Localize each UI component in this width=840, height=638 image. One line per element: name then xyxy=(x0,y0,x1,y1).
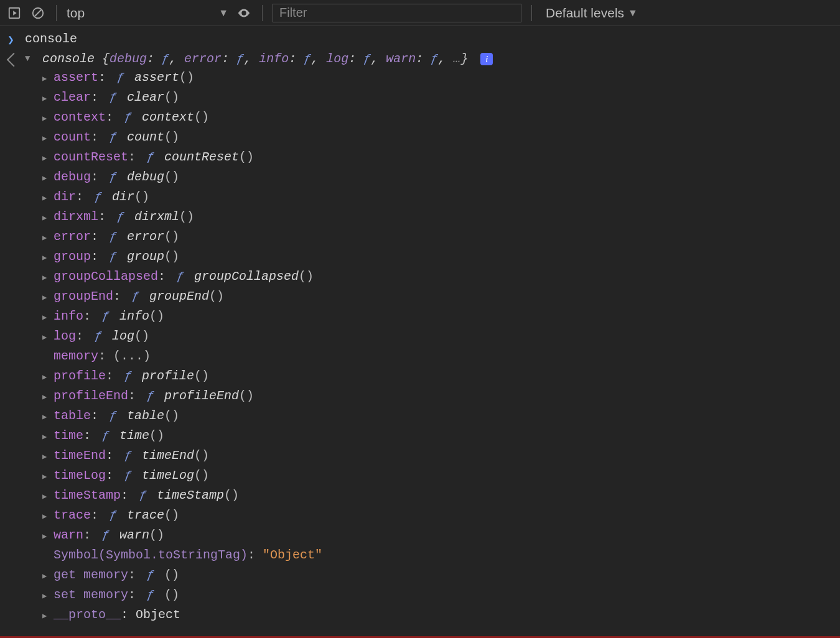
property-row[interactable]: ▶timeEnd: ƒ timeEnd() xyxy=(42,446,840,466)
toolbar-divider xyxy=(262,5,263,21)
property-key: set memory xyxy=(54,588,128,602)
property-key: groupEnd xyxy=(54,289,113,303)
property-key: log xyxy=(54,329,76,343)
toolbar-divider xyxy=(56,5,57,21)
expand-toggle[interactable]: ▶ xyxy=(42,488,51,506)
property-row[interactable]: ▶context: ƒ context() xyxy=(42,108,840,128)
expand-toggle[interactable]: ▶ xyxy=(42,607,51,626)
property-row[interactable]: ▶Symbol(Symbol.toStringTag): "Object" xyxy=(42,546,840,566)
property-key: debug xyxy=(54,170,91,184)
property-row[interactable]: ▶dir: ƒ dir() xyxy=(42,188,840,208)
expand-toggle[interactable]: ▶ xyxy=(42,567,51,586)
toggle-console-drawer-button[interactable] xyxy=(6,5,22,21)
execution-context-selector[interactable]: top ▼ xyxy=(67,6,228,21)
clear-console-button[interactable] xyxy=(30,5,46,21)
property-key: timeStamp xyxy=(54,488,121,502)
collapse-toggle[interactable]: ▼ xyxy=(25,49,35,68)
input-expression: console xyxy=(25,32,77,46)
console-output: ❯ console ▼ console {debug: ƒ, error: ƒ,… xyxy=(0,26,840,626)
chevron-down-icon: ▼ xyxy=(628,7,638,19)
property-key: Symbol(Symbol.toStringTag) xyxy=(54,548,248,562)
property-key: countReset xyxy=(54,150,128,164)
property-row[interactable]: ▶__proto__: Object xyxy=(42,606,840,626)
property-key: profile xyxy=(54,369,106,383)
expand-toggle[interactable]: ▶ xyxy=(42,388,51,407)
property-row[interactable]: ▶info: ƒ info() xyxy=(42,307,840,327)
property-key: time xyxy=(54,428,83,443)
property-row[interactable]: ▶timeStamp: ƒ timeStamp() xyxy=(42,486,840,506)
object-properties-tree: ▶assert: ƒ assert()▶clear: ƒ clear()▶con… xyxy=(25,68,840,626)
expand-toggle[interactable]: ▶ xyxy=(42,448,51,466)
expand-toggle[interactable]: ▶ xyxy=(42,587,51,606)
return-icon xyxy=(7,50,25,70)
filter-input[interactable] xyxy=(273,4,521,22)
property-row[interactable]: ▶dirxml: ƒ dirxml() xyxy=(42,208,840,228)
expand-toggle[interactable]: ▶ xyxy=(42,70,51,88)
property-row[interactable]: ▶profile: ƒ profile() xyxy=(42,367,840,387)
expand-toggle[interactable]: ▶ xyxy=(42,129,51,148)
svg-marker-1 xyxy=(13,11,17,15)
property-row[interactable]: ▶trace: ƒ trace() xyxy=(42,506,840,526)
log-level-selector[interactable]: Default levels ▼ xyxy=(542,6,642,21)
property-key: table xyxy=(54,409,91,423)
property-row[interactable]: ▶countReset: ƒ countReset() xyxy=(42,148,840,168)
property-key: error xyxy=(54,229,91,244)
toolbar-divider xyxy=(531,5,532,21)
expand-toggle[interactable]: ▶ xyxy=(42,269,51,287)
property-key: timeLog xyxy=(54,468,106,483)
property-row[interactable]: ▶timeLog: ƒ timeLog() xyxy=(42,466,840,486)
expand-toggle[interactable]: ▶ xyxy=(42,229,51,247)
svg-point-4 xyxy=(243,12,245,14)
property-row[interactable]: ▶table: ƒ table() xyxy=(42,407,840,427)
expand-toggle[interactable]: ▶ xyxy=(42,209,51,228)
property-row[interactable]: ▶time: ƒ time() xyxy=(42,427,840,446)
property-key: trace xyxy=(54,508,91,522)
expand-toggle[interactable]: ▶ xyxy=(42,289,51,307)
expand-toggle[interactable]: ▶ xyxy=(42,468,51,486)
property-row[interactable]: ▶count: ƒ count() xyxy=(42,128,840,148)
expand-toggle[interactable]: ▶ xyxy=(42,507,51,526)
expand-toggle[interactable]: ▶ xyxy=(42,109,51,128)
expand-toggle[interactable]: ▶ xyxy=(42,408,51,427)
property-row[interactable]: ▶warn: ƒ warn() xyxy=(42,526,840,546)
property-row[interactable]: ▶log: ƒ log() xyxy=(42,327,840,347)
expand-toggle[interactable]: ▶ xyxy=(42,308,51,327)
console-result-row[interactable]: ▼ console {debug: ƒ, error: ƒ, info: ƒ, … xyxy=(0,50,840,626)
expand-toggle[interactable]: ▶ xyxy=(42,90,51,108)
expand-toggle[interactable]: ▶ xyxy=(42,169,51,188)
property-row[interactable]: ▶get memory: ƒ () xyxy=(42,566,840,586)
property-row[interactable]: ▶debug: ƒ debug() xyxy=(42,168,840,188)
levels-label: Default levels xyxy=(546,6,624,21)
expand-toggle[interactable]: ▶ xyxy=(42,428,51,446)
property-row[interactable]: ▶groupCollapsed: ƒ groupCollapsed() xyxy=(42,267,840,287)
property-row[interactable]: ▶error: ƒ error() xyxy=(42,228,840,247)
expand-toggle[interactable]: ▶ xyxy=(42,328,51,347)
property-row[interactable]: ▶profileEnd: ƒ profileEnd() xyxy=(42,387,840,407)
expand-toggle[interactable]: ▶ xyxy=(42,249,51,267)
live-expression-button[interactable] xyxy=(236,5,252,21)
console-toolbar: top ▼ Default levels ▼ xyxy=(0,0,840,26)
property-row[interactable]: ▶clear: ƒ clear() xyxy=(42,88,840,108)
property-row[interactable]: ▶assert: ƒ assert() xyxy=(42,68,840,88)
object-summary[interactable]: console {debug: ƒ, error: ƒ, info: ƒ, lo… xyxy=(42,52,468,66)
property-key: get memory xyxy=(54,568,128,582)
property-key: count xyxy=(54,130,91,144)
property-key: group xyxy=(54,249,91,264)
property-key: dirxml xyxy=(54,210,98,224)
expand-toggle[interactable]: ▶ xyxy=(42,149,51,168)
console-input-row[interactable]: ❯ console xyxy=(0,30,840,50)
expand-toggle[interactable]: ▶ xyxy=(42,189,51,208)
expand-toggle[interactable]: ▶ xyxy=(42,527,51,546)
property-key: dir xyxy=(54,190,76,204)
context-label: top xyxy=(67,6,85,21)
property-key: memory xyxy=(54,349,98,363)
property-row[interactable]: ▶memory: (...) xyxy=(42,347,840,367)
property-row[interactable]: ▶groupEnd: ƒ groupEnd() xyxy=(42,287,840,307)
property-row[interactable]: ▶set memory: ƒ () xyxy=(42,586,840,606)
expand-toggle[interactable]: ▶ xyxy=(42,368,51,387)
property-row[interactable]: ▶group: ƒ group() xyxy=(42,247,840,267)
property-key: __proto__ xyxy=(54,608,121,622)
property-key: context xyxy=(54,110,106,124)
info-icon[interactable]: i xyxy=(480,53,493,65)
property-key: profileEnd xyxy=(54,389,128,403)
